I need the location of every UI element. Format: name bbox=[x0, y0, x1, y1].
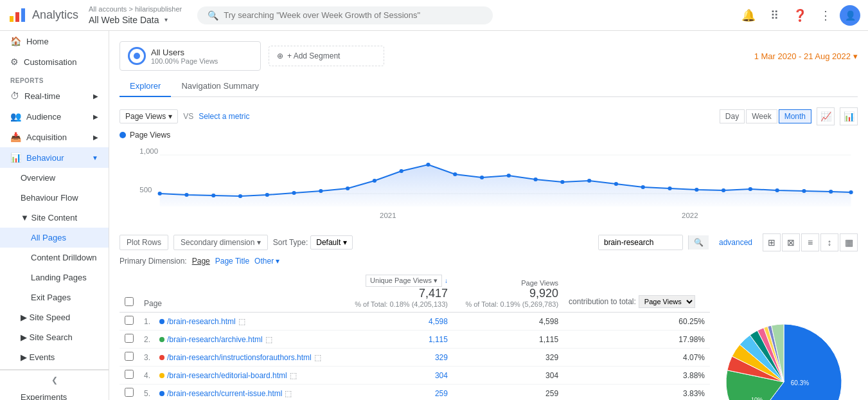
date-range-selector[interactable]: 1 Mar 2020 - 21 Aug 2022 ▾ bbox=[754, 51, 858, 61]
page-link[interactable]: /brain-research/current-issue.html bbox=[167, 389, 282, 398]
row-number: 2. bbox=[144, 335, 157, 344]
nav-icons: 🔔 ⠿ ❓ ⋮ 👤 bbox=[737, 4, 860, 27]
sidebar-item-content-drilldown[interactable]: Content Drilldown bbox=[0, 248, 109, 268]
line-chart-icon[interactable]: 📈 bbox=[817, 107, 835, 125]
bar-chart-icon[interactable]: 📊 bbox=[840, 107, 858, 125]
bar-chart-view-button[interactable]: ▦ bbox=[840, 233, 858, 251]
select-all-checkbox[interactable] bbox=[125, 297, 134, 306]
page-link[interactable]: /brain-research.html bbox=[167, 317, 236, 326]
page-dot bbox=[159, 391, 164, 396]
table-search-input[interactable] bbox=[599, 235, 682, 250]
svg-marker-9 bbox=[160, 165, 851, 206]
row-number: 5. bbox=[144, 389, 157, 398]
row-checkbox[interactable] bbox=[125, 370, 134, 379]
search-input[interactable] bbox=[224, 10, 483, 20]
comparison-view-button[interactable]: ≡ bbox=[801, 233, 819, 251]
secondary-dimension-button[interactable]: Secondary dimension ▾ bbox=[173, 235, 268, 250]
sidebar-collapse-button[interactable]: ❮ bbox=[0, 370, 109, 390]
page-link[interactable]: /brain-research/archive.html bbox=[167, 335, 263, 344]
more-icon[interactable]: ⋮ bbox=[814, 4, 837, 27]
report-tabs: Explorer Navigation Summary bbox=[120, 76, 858, 97]
page-link[interactable]: /brain-research/editorial-board.html bbox=[167, 371, 287, 380]
page-views-dot bbox=[120, 132, 126, 138]
sidebar-item-exit-pages[interactable]: Exit Pages bbox=[0, 287, 109, 307]
sidebar-item-audience[interactable]: 👥 Audience ▶ bbox=[0, 106, 109, 127]
sidebar-item-behaviour[interactable]: 📊 Behaviour ▼ bbox=[0, 147, 109, 168]
main-content: All Users 100.00% Page Views ⊕ + Add Seg… bbox=[109, 31, 868, 400]
row-action-icon[interactable]: ⬚ bbox=[282, 389, 294, 398]
add-segment-button[interactable]: ⊕ + Add Segment bbox=[269, 46, 384, 66]
row-action-icon[interactable]: ⬚ bbox=[236, 317, 248, 326]
svg-point-34 bbox=[802, 189, 806, 193]
pv-total-pct: % of Total: 0.19% (5,269,783) bbox=[458, 300, 558, 308]
select-metric-link[interactable]: Select a metric bbox=[199, 112, 249, 121]
row-action-icon[interactable]: ⬚ bbox=[287, 371, 299, 380]
contribution-value: 3.83% bbox=[683, 389, 705, 398]
metric-selector[interactable]: Page Views ▾ bbox=[120, 109, 178, 123]
pv-total-value: 9,920 bbox=[458, 287, 558, 300]
avatar[interactable]: 👤 bbox=[840, 5, 860, 26]
table-row: 2. /brain-research/archive.html ⬚ 1,115 … bbox=[120, 331, 710, 349]
breadcrumb-sub: All accounts > hilarispublisher bbox=[89, 5, 182, 14]
data-table-view-button[interactable]: ⊞ bbox=[763, 233, 781, 251]
sidebar-footer: ❮ bbox=[0, 369, 109, 390]
row-checkbox[interactable] bbox=[125, 388, 134, 397]
dim-other-link[interactable]: Other ▾ bbox=[254, 257, 279, 266]
row-checkbox[interactable] bbox=[125, 334, 134, 343]
plot-rows-button[interactable]: Plot Rows bbox=[120, 235, 168, 250]
sidebar-item-site-speed[interactable]: ▶ Site Speed bbox=[0, 307, 109, 327]
sidebar-content-drilldown-label: Content Drilldown bbox=[31, 253, 97, 262]
sidebar-item-landing-pages[interactable]: Landing Pages bbox=[0, 268, 109, 287]
segment-chip-all-users[interactable]: All Users 100.00% Page Views bbox=[120, 41, 261, 71]
tab-explorer[interactable]: Explorer bbox=[120, 76, 171, 97]
row-action-icon[interactable]: ⬚ bbox=[263, 335, 275, 344]
page-views-legend-label: Page Views bbox=[130, 131, 170, 140]
sidebar-item-home[interactable]: 🏠 Home bbox=[0, 31, 109, 51]
svg-rect-0 bbox=[10, 16, 13, 22]
sidebar-item-acquisition[interactable]: 📥 Acquisition ▶ bbox=[0, 127, 109, 147]
dim-page-title-link[interactable]: Page Title bbox=[215, 257, 249, 266]
sidebar-item-all-pages[interactable]: All Pages bbox=[0, 228, 109, 248]
svg-point-32 bbox=[748, 187, 752, 191]
global-search[interactable]: 🔍 bbox=[197, 6, 493, 24]
time-btn-week[interactable]: Week bbox=[746, 109, 777, 123]
sidebar-item-events[interactable]: ▶ Events bbox=[0, 347, 109, 367]
term-cloud-view-button[interactable]: ↕ bbox=[820, 233, 838, 251]
row-checkbox[interactable] bbox=[125, 352, 134, 361]
sort-type-control: Sort Type: Default ▾ bbox=[273, 235, 353, 250]
svg-point-30 bbox=[695, 188, 698, 192]
svg-point-19 bbox=[400, 169, 403, 173]
row-action-icon[interactable]: ⬚ bbox=[312, 353, 324, 362]
page-cell: 3. /brain-research/instructionsforauthor… bbox=[144, 353, 337, 362]
contribution-metric-select[interactable]: Page Views bbox=[639, 295, 695, 308]
pageviews-value: 259 bbox=[545, 389, 558, 398]
property-breadcrumb: All accounts > hilarispublisher All Web … bbox=[89, 5, 182, 25]
data-table: Page Unique Page Views ▾ ↓ 7,417 % of To… bbox=[120, 271, 710, 400]
time-btn-day[interactable]: Day bbox=[720, 109, 745, 123]
sidebar-item-site-search[interactable]: ▶ Site Search bbox=[0, 327, 109, 347]
advanced-filter-link[interactable]: advanced bbox=[714, 238, 757, 247]
notifications-icon[interactable]: 🔔 bbox=[737, 4, 760, 27]
sidebar-item-realtime[interactable]: ⏱ Real-time ▶ bbox=[0, 86, 109, 106]
apps-icon[interactable]: ⠿ bbox=[763, 4, 786, 27]
table-search-button[interactable]: 🔍 bbox=[688, 235, 709, 250]
time-btn-month[interactable]: Month bbox=[779, 109, 811, 123]
unique-pageviews-dropdown[interactable]: Unique Page Views ▾ bbox=[366, 275, 442, 287]
sidebar-item-customisation[interactable]: ⚙ Customisation bbox=[0, 51, 109, 72]
unique-pageviews-value: 304 bbox=[435, 371, 448, 380]
sidebar-audience-label: Audience bbox=[26, 112, 61, 122]
sort-type-select[interactable]: Default ▾ bbox=[310, 235, 352, 250]
col-contribution-header: contribution to total: Page Views bbox=[563, 271, 710, 313]
dim-page-link[interactable]: Page bbox=[192, 257, 210, 266]
sidebar-item-site-content[interactable]: ▼ Site Content bbox=[0, 208, 109, 228]
property-selector[interactable]: All Web Site Data ▾ bbox=[89, 14, 182, 26]
page-link[interactable]: /brain-research/instructionsforauthors.h… bbox=[167, 353, 312, 362]
contribution-label: contribution to total: bbox=[569, 297, 636, 306]
tab-navigation-summary[interactable]: Navigation Summary bbox=[171, 76, 269, 97]
pivot-view-button[interactable]: ⊠ bbox=[782, 233, 800, 251]
top-nav: Analytics All accounts > hilarispublishe… bbox=[0, 0, 868, 31]
sidebar-item-overview[interactable]: Overview bbox=[0, 168, 109, 188]
help-icon[interactable]: ❓ bbox=[788, 4, 811, 27]
row-checkbox[interactable] bbox=[125, 316, 134, 325]
sidebar-item-behaviour-flow[interactable]: Behaviour Flow bbox=[0, 188, 109, 208]
